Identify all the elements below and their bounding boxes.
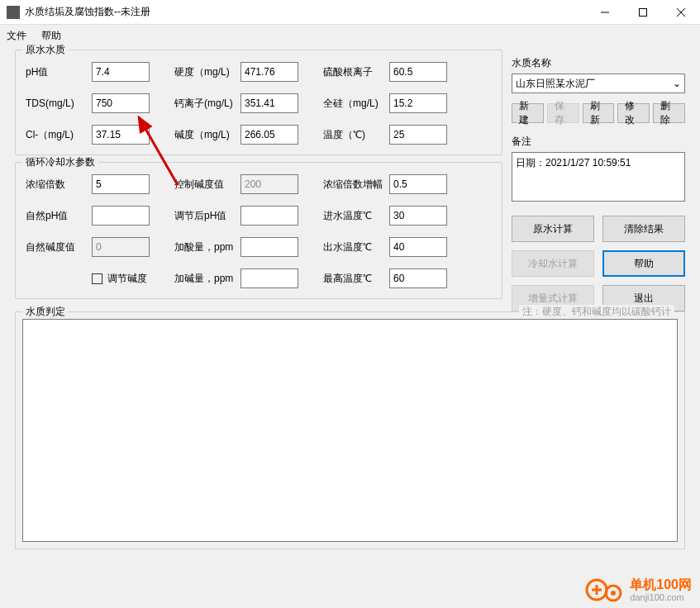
watermark-brand: 单机100网 <box>630 577 692 592</box>
watermark-icon <box>585 577 625 603</box>
adjust-alk-checkbox[interactable] <box>92 273 102 284</box>
natalk-label: 自然碱度值 <box>26 240 92 254</box>
window-title: 水质结垢及腐蚀指数--未注册 <box>25 5 586 19</box>
cooling-title: 循环冷却水参数 <box>22 155 98 169</box>
judgment-title: 水质判定 <box>22 305 69 319</box>
alkali-label: 加碱量，ppm <box>174 272 240 286</box>
ph-input[interactable] <box>92 62 150 82</box>
menu-help[interactable]: 帮助 <box>41 29 61 43</box>
natph-input[interactable] <box>92 206 150 226</box>
svg-rect-1 <box>640 8 647 16</box>
natalk-input <box>92 237 150 257</box>
delete-button[interactable]: 删除 <box>653 103 685 123</box>
ph-label: pH值 <box>26 65 92 79</box>
judgment-output <box>22 319 678 542</box>
sulfate-label: 硫酸根离子 <box>323 65 389 79</box>
svg-point-10 <box>611 591 616 596</box>
water-name-label: 水质名称 <box>512 56 685 70</box>
silicon-label: 全硅（mg/L) <box>323 97 389 111</box>
minimize-button[interactable] <box>586 0 624 25</box>
natph-label: 自然pH值 <box>26 209 92 223</box>
acid-label: 加酸量，ppm <box>174 240 240 254</box>
ctrl-alk-input <box>240 174 298 194</box>
water-name-dropdown[interactable]: 山东日照某水泥厂 ⌄ <box>512 74 685 93</box>
help-button[interactable]: 帮助 <box>602 250 685 277</box>
adj-ph-label: 调节后pH值 <box>174 209 240 223</box>
close-button[interactable] <box>662 0 700 25</box>
alkalinity-label: 碱度（mg/L) <box>174 128 240 142</box>
watermark: 单机100网 danji100.com <box>585 577 692 603</box>
cool-calc-button: 冷却水计算 <box>512 250 594 277</box>
titlebar: 水质结垢及腐蚀指数--未注册 <box>0 0 700 25</box>
adjust-alk-label: 调节碱度 <box>107 272 147 286</box>
maximize-button[interactable] <box>624 0 662 25</box>
out-temp-input[interactable] <box>389 237 447 257</box>
acid-input[interactable] <box>240 237 298 257</box>
raw-calc-button[interactable]: 原水计算 <box>512 216 594 242</box>
silicon-input[interactable] <box>389 93 447 113</box>
alkalinity-input[interactable] <box>240 125 298 145</box>
in-temp-input[interactable] <box>389 206 447 226</box>
clear-result-button[interactable]: 清除结果 <box>602 216 685 242</box>
tds-input[interactable] <box>92 93 150 113</box>
alkali-input[interactable] <box>240 268 298 288</box>
cl-label: Cl-（mg/L) <box>26 128 92 142</box>
watermark-url: danji100.com <box>630 592 692 602</box>
menu-file[interactable]: 文件 <box>7 29 26 43</box>
max-temp-label: 最高温度℃ <box>323 272 389 286</box>
adj-ph-input[interactable] <box>240 206 298 226</box>
memo-textarea[interactable] <box>512 152 685 202</box>
max-temp-input[interactable] <box>389 268 447 288</box>
menubar: 文件 帮助 <box>0 25 700 46</box>
cooling-group: 循环冷却水参数 浓缩倍数 控制碱度值 浓缩倍数增幅 自然pH值 调节后pH值 进… <box>15 162 502 299</box>
ctrl-alk-label: 控制碱度值 <box>174 178 240 192</box>
judgment-hint: 注：硬度、钙和碱度均以碳酸钙计 <box>519 305 674 319</box>
raw-water-title: 原水水质 <box>22 43 69 57</box>
new-button[interactable]: 新建 <box>512 103 544 123</box>
temp-label: 温度（℃) <box>323 128 389 142</box>
water-name-value: 山东日照某水泥厂 <box>516 77 595 91</box>
out-temp-label: 出水温度℃ <box>323 240 389 254</box>
ratio-input[interactable] <box>92 174 150 194</box>
raw-water-group: 原水水质 pH值 硬度（mg/L) 硫酸根离子 TDS(mg/L) 钙离子(mg… <box>15 50 502 155</box>
in-temp-label: 进水温度℃ <box>323 209 389 223</box>
ratio-inc-input[interactable] <box>389 174 447 194</box>
chevron-down-icon: ⌄ <box>673 78 681 89</box>
temp-input[interactable] <box>389 125 447 145</box>
hardness-input[interactable] <box>240 62 298 82</box>
judgment-group: 水质判定 注：硬度、钙和碱度均以碳酸钙计 <box>15 311 685 549</box>
save-button: 保存 <box>547 103 579 123</box>
ratio-inc-label: 浓缩倍数增幅 <box>323 178 389 192</box>
calcium-label: 钙离子(mg/L) <box>174 97 240 111</box>
sulfate-input[interactable] <box>389 62 447 82</box>
app-icon <box>7 6 20 19</box>
edit-button[interactable]: 修改 <box>617 103 650 123</box>
tds-label: TDS(mg/L) <box>26 97 92 109</box>
memo-label: 备注 <box>512 135 685 149</box>
calcium-input[interactable] <box>240 93 298 113</box>
hardness-label: 硬度（mg/L) <box>174 65 240 79</box>
refresh-button[interactable]: 刷新 <box>583 103 615 123</box>
ratio-label: 浓缩倍数 <box>26 178 92 192</box>
cl-input[interactable] <box>92 125 150 145</box>
